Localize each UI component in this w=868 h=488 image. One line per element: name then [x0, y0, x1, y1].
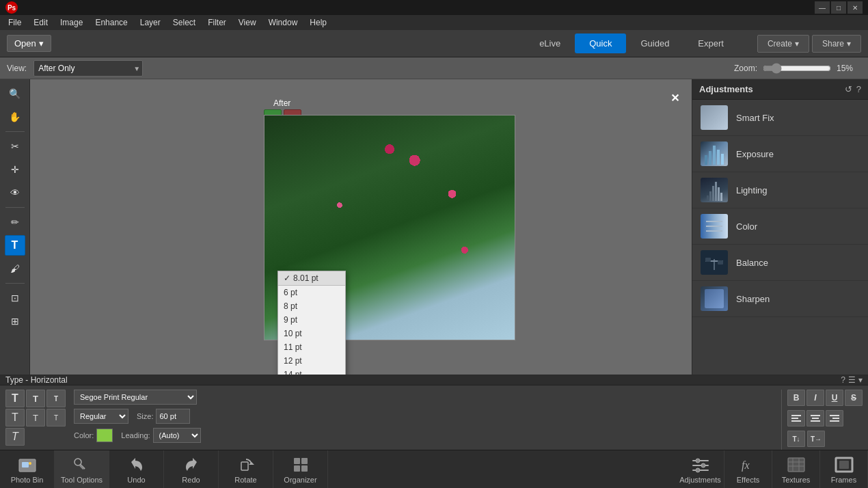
selection-tool[interactable]: ✂ [5, 136, 25, 157]
adjustment-smartfix[interactable]: Smart Fix [692, 100, 868, 136]
menu-window[interactable]: Window [263, 16, 303, 29]
tooloptions-label: Tool Options [61, 476, 103, 484]
menu-layer[interactable]: Layer [135, 16, 166, 29]
taskbar-tooloptions[interactable]: Tool Options [55, 450, 109, 489]
text-tool[interactable]: T [5, 235, 25, 256]
hand-tool[interactable]: ✋ [5, 107, 25, 127]
brush-tool[interactable]: ✏ [5, 212, 25, 232]
font-name-select[interactable]: Segoe Print Regular [74, 390, 197, 405]
font-size-option-14pt[interactable]: 14 pt [278, 368, 345, 375]
adjustments-panel: Adjustments ↺ ? Smart Fix Exposure [692, 79, 868, 375]
taskbar-adjustments[interactable]: Adjustments [677, 450, 724, 489]
font-size-current-value: 8.01 pt [293, 273, 318, 283]
type-list-icon[interactable]: ☰ [848, 375, 856, 385]
move-tool[interactable]: ✛ [5, 159, 25, 180]
tab-quick[interactable]: Quick [575, 33, 626, 53]
text-medium-btn[interactable]: T [26, 390, 45, 407]
strikethrough-button[interactable]: S [845, 390, 863, 406]
type-options-panel: Type - Horizontal ? ☰ ▾ T T T T T T T [0, 375, 868, 450]
text-large2-btn[interactable]: T [5, 409, 25, 426]
menu-file[interactable]: File [3, 16, 27, 29]
svg-rect-28 [788, 458, 804, 472]
minimize-button[interactable]: — [815, 1, 830, 14]
menu-filter[interactable]: Filter [202, 16, 232, 29]
font-size-option-8pt[interactable]: 8 pt [278, 299, 345, 313]
adjustments-taskbar-icon [691, 455, 710, 474]
red-eye-tool[interactable]: 👁 [5, 182, 25, 203]
transform-tool[interactable]: ⊞ [5, 311, 25, 331]
menu-select[interactable]: Select [167, 16, 201, 29]
close-button[interactable]: ✕ [847, 1, 863, 14]
taskbar-undo[interactable]: Undo [109, 450, 164, 489]
tab-elive[interactable]: eLive [525, 33, 575, 53]
text-horizontal-btn[interactable]: T→ [807, 431, 825, 447]
share-button[interactable]: Share ▾ [812, 35, 861, 53]
font-size-input[interactable] [156, 409, 190, 424]
color-picker[interactable] [96, 429, 113, 442]
underline-button[interactable]: U [826, 390, 843, 406]
zoom-slider[interactable] [763, 63, 831, 74]
color-leading-row: Color: Leading: (Auto) [74, 428, 773, 443]
menu-enhance[interactable]: Enhance [90, 16, 133, 29]
canvas-close-button[interactable]: ✕ [670, 92, 679, 105]
maximize-button[interactable]: □ [831, 1, 846, 14]
create-button[interactable]: Create ▾ [757, 35, 809, 53]
text-small-btn[interactable]: T [46, 390, 66, 407]
text-vertical-btn[interactable]: T↓ [787, 431, 805, 447]
redo-label: Redo [182, 476, 200, 484]
svg-rect-0 [791, 415, 801, 416]
adjustment-exposure[interactable]: Exposure [692, 136, 868, 172]
smartfix-icon [701, 105, 728, 130]
create-share-area: Create ▾ Share ▾ [757, 35, 861, 53]
taskbar-rotate[interactable]: Rotate [219, 450, 273, 489]
font-size-option-9pt[interactable]: 9 pt [278, 313, 345, 327]
taskbar-frames[interactable]: Frames [820, 450, 868, 489]
text-small2-btn[interactable]: T [46, 409, 66, 426]
tab-expert[interactable]: Expert [683, 33, 738, 53]
frames-label: Frames [831, 476, 856, 484]
leading-select[interactable]: (Auto) [153, 428, 201, 443]
crop-tool[interactable]: ⊡ [5, 288, 25, 308]
font-size-option-11pt[interactable]: 11 pt [278, 340, 345, 354]
taskbar-effects[interactable]: fx Effects [724, 450, 772, 489]
taskbar-textures[interactable]: Textures [772, 450, 820, 489]
exposure-label: Exposure [736, 149, 774, 159]
align-right-button[interactable] [826, 410, 843, 426]
create-arrow: ▾ [795, 39, 799, 49]
font-size-current: ✓ 8.01 pt [278, 271, 345, 286]
paint-tool[interactable]: 🖌 [5, 258, 25, 279]
text-medium2-btn[interactable]: T [26, 409, 45, 426]
adjustment-lighting[interactable]: Lighting [692, 172, 868, 208]
title-bar: Ps — □ ✕ [0, 0, 868, 15]
menu-image[interactable]: Image [55, 16, 88, 29]
font-style-select[interactable]: Regular Bold Italic Bold Italic [74, 409, 128, 424]
font-size-option-12pt[interactable]: 12 pt [278, 354, 345, 368]
view-select[interactable]: Before Only After Only Before & After - … [33, 60, 143, 77]
font-size-option-6pt[interactable]: 6 pt [278, 286, 345, 299]
menu-help[interactable]: Help [304, 16, 332, 29]
bold-button[interactable]: B [787, 390, 805, 406]
align-left-button[interactable] [787, 410, 805, 426]
text-style3-btn[interactable]: T [5, 428, 25, 446]
taskbar-photobin[interactable]: Photo Bin [0, 450, 55, 489]
menu-view[interactable]: View [233, 16, 262, 29]
adjustments-restore-icon[interactable]: ↺ [845, 84, 852, 94]
menu-edit[interactable]: Edit [28, 16, 53, 29]
adjustments-help-icon[interactable]: ? [856, 84, 861, 94]
adjustment-sharpen[interactable]: Sharpen [692, 281, 868, 317]
open-button[interactable]: Open ▾ [7, 35, 51, 52]
font-size-option-10pt[interactable]: 10 pt [278, 327, 345, 340]
adjustment-balance[interactable]: Balance [692, 245, 868, 281]
smartfix-label: Smart Fix [736, 113, 774, 123]
taskbar-organizer[interactable]: Organizer [273, 450, 328, 489]
italic-button[interactable]: I [806, 390, 824, 406]
zoom-tool[interactable]: 🔍 [5, 83, 25, 104]
adjustment-color[interactable]: Color [692, 208, 868, 245]
type-expand-icon[interactable]: ▾ [858, 375, 863, 385]
text-large-btn[interactable]: T [5, 390, 25, 407]
type-help-icon[interactable]: ? [841, 375, 845, 385]
taskbar-redo[interactable]: Redo [164, 450, 219, 489]
align-center-button[interactable] [806, 410, 824, 426]
lighting-icon [701, 178, 728, 202]
tab-guided[interactable]: Guided [626, 33, 683, 53]
